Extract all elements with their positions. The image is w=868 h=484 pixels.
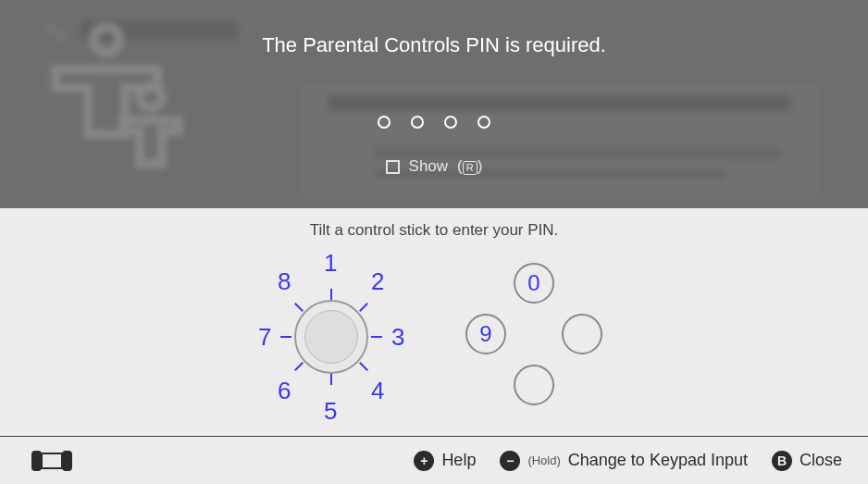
pin-dot [411,116,424,129]
footer-bar: + Help − (Hold) Change to Keypad Input B… [0,436,868,484]
stick-digit: 2 [371,267,384,296]
r-button-hint: (R) [457,157,482,176]
stick-digit: 4 [371,377,384,405]
plus-icon: + [414,451,434,471]
hold-hint: (Hold) [527,453,560,467]
checkbox-icon [386,160,400,174]
svg-rect-4 [63,452,71,470]
pin-entry-area: Tilt a control stick to enter your PIN. … [0,208,868,436]
svg-rect-2 [32,452,41,470]
pin-dot [477,116,490,129]
face-button-down [514,365,554,405]
close-label: Close [800,451,842,470]
change-input-button[interactable]: − (Hold) Change to Keypad Input [500,451,748,471]
stick-digit: 7 [258,323,271,352]
show-label: Show [409,157,449,176]
face-button-left: 9 [465,314,506,354]
instruction-text: Tilt a control stick to enter your PIN. [0,221,868,240]
stick-digit: 3 [391,323,404,352]
right-stick[interactable]: 0 9 [463,249,620,425]
minus-icon: − [500,451,520,471]
close-button[interactable]: B Close [772,451,842,471]
left-stick[interactable]: 1 2 3 4 5 6 7 8 [262,249,419,425]
controller-icon[interactable] [31,451,72,471]
help-button[interactable]: + Help [414,451,476,471]
b-button-icon: B [772,451,792,471]
svg-point-1 [140,86,162,108]
face-button-top: 0 [514,263,554,304]
blurred-background [0,0,868,208]
pin-dot [444,116,457,129]
change-label: Change to Keypad Input [568,451,748,470]
show-pin-toggle[interactable]: Show (R) [0,157,868,176]
pin-indicator [0,116,868,129]
dialog-title: The Parental Controls PIN is required. [0,33,868,57]
stick-digit: 6 [278,377,291,405]
stick-graphic-icon [294,300,368,374]
stick-digit: 5 [324,397,337,426]
face-button-right [562,314,602,354]
stick-digit: 1 [324,249,337,278]
overlay-header: The Parental Controls PIN is required. S… [0,0,868,208]
svg-rect-3 [42,453,62,468]
stick-digit: 8 [278,267,291,296]
pin-dot [378,116,391,129]
help-label: Help [441,451,476,470]
